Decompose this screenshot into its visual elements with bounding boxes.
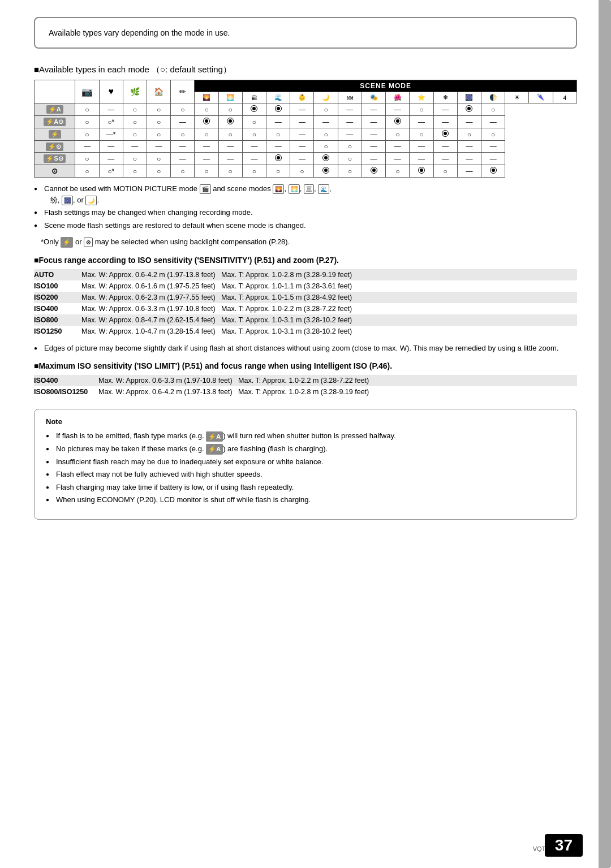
table-row: ⚡A ○—○○○ ○○—○———○—○ <box>35 103 577 116</box>
table-row: ISO400 Max. W: Approx. 0.6-3.3 m (1.97-1… <box>34 303 577 314</box>
bullet-notes-list: Cannot be used with MOTION PICTURE mode … <box>34 183 577 231</box>
table-row: ⚡S⊙ ○—○○— ————○—————— <box>35 153 577 165</box>
section2-title: ■Focus range according to ISO sensitivit… <box>34 256 577 265</box>
note-item-1: If flash is to be emitted, flash type ma… <box>46 430 565 442</box>
table-row: ISO100 Max. W: Approx. 0.6-1.6 m (1.97-5… <box>34 280 577 292</box>
table-row: ⚡ ○—*○○○ ○○○○—○——○○○○ <box>35 128 577 141</box>
sidebar-decoration <box>599 0 611 868</box>
section1-title: ■Available types in each mode （○: defaul… <box>34 64 577 75</box>
bullet-note-1: Cannot be used with MOTION PICTURE mode … <box>34 183 577 205</box>
note-item-6: When using ECONOMY (P.20), LCD monitor i… <box>46 494 565 506</box>
asterisk-note: *Only ⚡ or ⊙ may be selected when using … <box>34 236 577 248</box>
bullet-note-edges: Edges of picture may become slightly dar… <box>34 343 577 354</box>
section3-title: ■Maximum ISO sensitivity ('ISO LIMIT') (… <box>34 361 577 370</box>
table-row: ISO1250 Max. W: Approx. 1.0-4.7 m (3.28-… <box>34 326 577 337</box>
note-item-3: Insufficient flash reach may be due to i… <box>46 456 565 468</box>
note-items-list: If flash is to be emitted, flash type ma… <box>46 430 565 506</box>
iso-limit-table: ISO400 Max. W: Approx. 0.6-3.3 m (1.97-1… <box>34 375 577 398</box>
page: Available types vary depending on the mo… <box>0 0 611 868</box>
table-row: ISO400 Max. W: Approx. 0.6-3.3 m (1.97-1… <box>34 375 577 386</box>
top-note-text: Available types vary depending on the mo… <box>49 28 230 37</box>
note-item-5: Flash charging may take time if battery … <box>46 482 565 493</box>
table-row: ISO200 Max. W: Approx. 0.6-2.3 m (1.97-7… <box>34 292 577 303</box>
page-number: 37 <box>545 834 583 857</box>
scene-mode-header: SCENE MODE <box>195 80 577 92</box>
table-row: AUTO Max. W: Approx. 0.6-4.2 m (1.97-13.… <box>34 269 577 280</box>
table-row: ⊙ ○○*○○○ ○○○○○○○○— <box>35 165 577 178</box>
top-note-box: Available types vary depending on the mo… <box>34 17 577 49</box>
bullet-note-3: Scene mode flash settings are restored t… <box>34 220 577 231</box>
bullet-note2-list: Edges of picture may become slightly dar… <box>34 343 577 354</box>
focus-table: AUTO Max. W: Approx. 0.6-4.2 m (1.97-13.… <box>34 269 577 337</box>
bullet-note-2: Flash settings may be changed when chang… <box>34 207 577 218</box>
note-box-title: Note <box>46 417 565 426</box>
table-row: ⚡⊙ ————— —————○○—————— <box>35 141 577 153</box>
table-row: ⚡A⊙ ○○*○○— ○————————— <box>35 116 577 128</box>
note-box: Note If flash is to be emitted, flash ty… <box>34 409 577 520</box>
note-item-2: No pictures may be taken if these marks … <box>46 443 565 455</box>
table-row: ISO800/ISO1250 Max. W: Approx. 0.6-4.2 m… <box>34 386 577 398</box>
table-row: ISO800 Max. W: Approx. 0.8-4.7 m (2.62-1… <box>34 314 577 326</box>
modes-table: 📷 ♥ 🌿 🏠 ✏ SCENE MODE 🌄 🌅 🏛 🌊 👶 🌙 🍽 🎭 🌺 <box>34 80 577 178</box>
note-item-4: Flash effect may not be fully achieved w… <box>46 469 565 480</box>
